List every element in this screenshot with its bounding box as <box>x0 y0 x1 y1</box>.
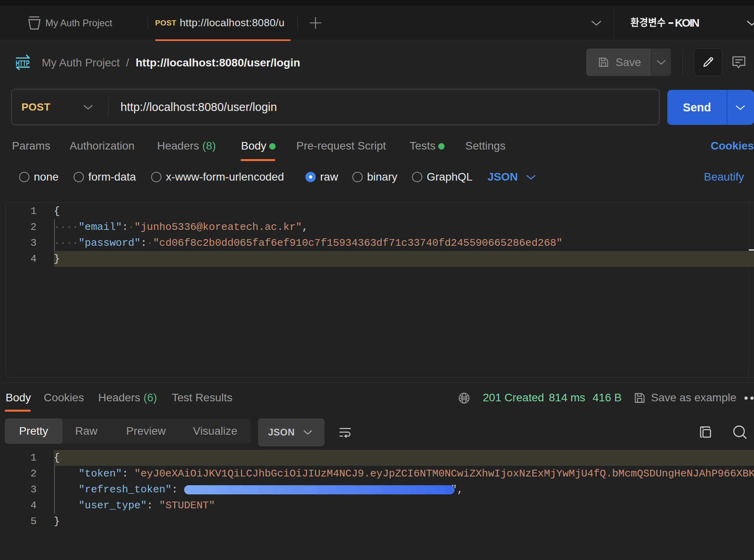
svg-text:HTTP: HTTP <box>16 58 30 68</box>
